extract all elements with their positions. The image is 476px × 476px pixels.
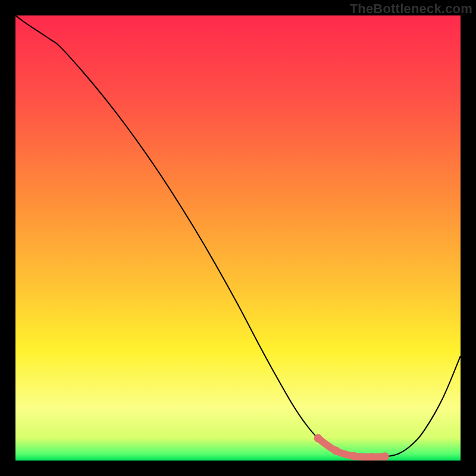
gradient-background	[15, 15, 461, 461]
chart-frame: TheBottleneck.com	[0, 0, 476, 476]
watermark-text: TheBottleneck.com	[350, 1, 472, 17]
optimal-zone-dot	[381, 452, 389, 461]
plot-area	[15, 15, 461, 461]
optimal-zone-dot	[314, 434, 322, 443]
chart-svg	[15, 15, 461, 461]
optimal-zone-dot	[332, 447, 340, 455]
optimal-zone-dot	[349, 452, 358, 461]
